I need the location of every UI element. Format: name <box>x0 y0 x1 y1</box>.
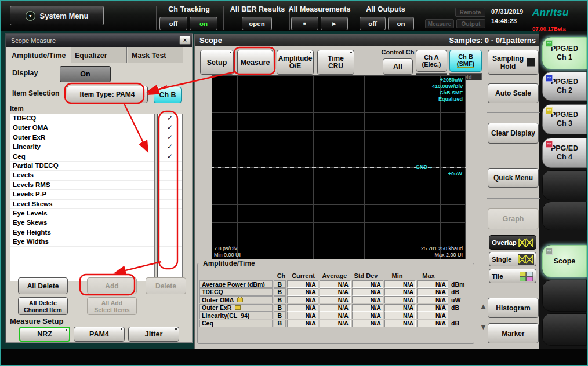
system-menu-button[interactable]: ▼ System Menu <box>10 6 104 25</box>
scale-line: 410.0uW/Div <box>432 83 463 90</box>
add-button[interactable]: Add <box>87 277 137 294</box>
scroll-separator <box>476 320 493 320</box>
item-check-cell[interactable] <box>158 218 182 228</box>
anritsu-logo: Anritsu <box>532 7 569 19</box>
result-value-cell: N/A <box>352 304 383 312</box>
tab-scope[interactable]: ××Scope <box>542 245 587 277</box>
item-row[interactable]: Outer ExR <box>10 133 154 142</box>
ch-tracking-off-button[interactable]: off <box>159 17 187 30</box>
result-row: Average Power (dBm)BN/AN/AN/AN/AN/AdBm <box>199 280 472 288</box>
item-row[interactable]: Linearity <box>10 142 154 152</box>
item-check-cell[interactable]: ✓ <box>158 123 182 133</box>
item-check-list: ✓✓✓✓✓ <box>157 114 183 281</box>
item-row[interactable]: TDECQ <box>10 114 154 123</box>
tab-mask-test[interactable]: Mask Test <box>128 47 183 63</box>
ch-tracking-on-button[interactable]: on <box>190 17 217 30</box>
scroll-up-icon[interactable]: ▲ <box>480 302 487 310</box>
item-row[interactable]: Ceq <box>10 152 154 162</box>
item-check-cell[interactable] <box>158 209 182 218</box>
all-add-select-items-button[interactable]: All Add Select Items <box>87 297 137 315</box>
item-row[interactable]: Levels <box>10 171 154 180</box>
tab-equalizer[interactable]: Equalizer <box>71 47 127 63</box>
item-check-cell[interactable] <box>158 171 182 180</box>
screen: ▼ System Menu Ch Tracking off on All BER… <box>0 0 588 366</box>
item-row[interactable]: Levels P-P <box>10 190 154 199</box>
results-headers: ChCurrentAverageStd DevMinMax <box>199 272 472 279</box>
ch-a-elec-button[interactable]: Ch A (Elec.) <box>416 50 447 72</box>
marker-button[interactable]: Marker <box>488 323 539 343</box>
item-check-cell[interactable] <box>158 237 182 247</box>
result-value-cell: N/A <box>384 288 416 296</box>
item-check-cell[interactable] <box>158 200 182 209</box>
item-check-cell[interactable] <box>158 162 182 171</box>
item-row[interactable]: Level Skews <box>10 200 154 209</box>
overlap-button[interactable]: Overlap <box>489 235 536 250</box>
auto-scale-button[interactable]: Auto Scale <box>488 83 539 103</box>
tab-amplitude-time[interactable]: Amplitude/Time <box>8 47 70 63</box>
tab-ppg-ed-ch-3[interactable]: ××PPG/EDCh 3 <box>542 104 587 134</box>
button-label: (SMF) <box>457 60 475 68</box>
result-value-cell: N/A <box>287 304 318 312</box>
item-type-button[interactable]: Item Type: PAM4 <box>67 86 148 103</box>
all-outputs-on-button[interactable]: on <box>388 17 414 30</box>
result-value-cell: N/A <box>384 296 416 303</box>
results-section-title: Amplitude/Time <box>201 259 257 268</box>
setup-button[interactable]: Setup <box>200 50 234 75</box>
jitter-button[interactable]: Jitter <box>128 327 179 342</box>
item-row[interactable]: Levels RMS <box>10 181 154 190</box>
histogram-button[interactable]: Histogram <box>488 298 539 318</box>
item-row[interactable]: Outer OMA <box>10 123 154 133</box>
item-row[interactable]: Eye Skews <box>10 218 154 228</box>
item-row[interactable]: Eye Levels <box>10 209 154 218</box>
item-check-cell[interactable] <box>158 228 182 237</box>
ch-b-smf-button[interactable]: Ch B (SMF) <box>449 50 482 72</box>
measure-button[interactable]: Measure <box>237 50 273 75</box>
all-outputs-off-button[interactable]: off <box>360 17 386 30</box>
scroll-down-icon[interactable]: ▼ <box>480 323 487 331</box>
item-row[interactable]: Eye Heights <box>10 228 154 237</box>
item-check-cell[interactable]: ✓ <box>158 152 182 162</box>
all-delete-channel-item-button[interactable]: All Delete Channel Item <box>18 297 68 315</box>
all-delete-button[interactable]: All Delete <box>18 277 68 294</box>
gnd-label: GND <box>416 164 427 170</box>
zero-level-label: +0uW <box>448 171 462 177</box>
result-value-cell: N/A <box>384 312 416 319</box>
single-button[interactable]: Single <box>489 252 536 266</box>
tab-ppg-ed-ch-4[interactable]: ××PPG/EDCh 4 <box>542 138 587 168</box>
nrz-button[interactable]: NRZ <box>19 327 70 342</box>
empty-tab-slot <box>542 170 587 200</box>
display-on-button[interactable]: On <box>60 66 111 82</box>
tile-button[interactable]: Tile <box>489 269 536 283</box>
result-unit: dB <box>448 320 472 327</box>
button-label: Select Items <box>94 306 129 313</box>
result-value-cell: N/A <box>417 312 448 319</box>
item-check-cell[interactable] <box>158 181 182 190</box>
min-ui-label: Min 0.00 UI <box>214 252 241 258</box>
all-measurements-stop-button[interactable]: ■ <box>291 17 318 30</box>
time-cru-button[interactable]: Time CRU <box>317 50 354 75</box>
scale-line: +2050uW <box>432 77 463 83</box>
item-row[interactable]: Eye Widths <box>10 237 154 247</box>
tab-label: Ch 1 <box>557 53 572 62</box>
sampling-hold-button[interactable]: Sampling Hold <box>488 50 539 75</box>
item-check-cell[interactable]: ✓ <box>158 142 182 152</box>
channel-b-button[interactable]: Ch B <box>154 87 182 103</box>
amplitude-oe-button[interactable]: Amplitude O/E <box>277 50 314 75</box>
delete-button[interactable]: Delete <box>146 277 186 294</box>
quick-menu-button[interactable]: Quick Menu <box>488 168 539 188</box>
all-measurements-start-button[interactable]: ▶ <box>321 17 348 30</box>
item-row[interactable]: Partial TDECQ <box>10 162 154 171</box>
item-check-cell[interactable] <box>158 190 182 199</box>
item-check-cell[interactable]: ✓ <box>158 133 182 142</box>
graph-button[interactable]: Graph <box>488 208 539 229</box>
close-icon[interactable]: × <box>179 36 191 45</box>
pam4-button[interactable]: PAM4 <box>74 327 125 342</box>
all-ber-results-open-button[interactable]: open <box>242 17 272 30</box>
clear-display-button[interactable]: Clear Display <box>488 123 539 144</box>
control-ch-all-button[interactable]: All <box>383 58 413 75</box>
tab-ppg-ed-ch-2[interactable]: ××PPG/EDCh 2 <box>542 72 587 101</box>
item-check-cell[interactable]: ✓ <box>158 114 182 123</box>
tab-ppg-ed-ch-1[interactable]: ××PPG/EDCh 1 <box>542 37 587 69</box>
scale-line: ChB SMF <box>432 90 463 96</box>
result-name: Average Power (dBm) <box>202 281 265 288</box>
